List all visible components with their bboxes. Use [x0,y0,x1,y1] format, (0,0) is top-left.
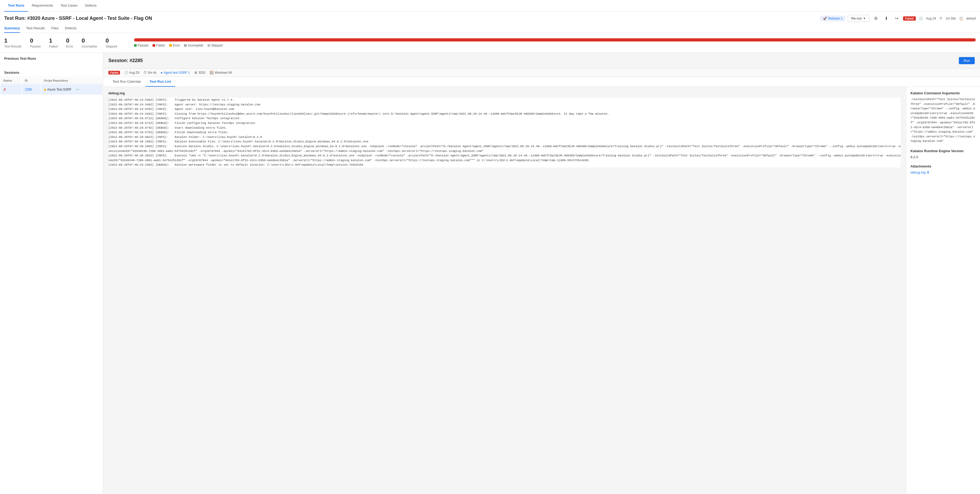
col-script-repo: Script Repository [41,78,102,84]
repo-name: Azure Test SSRF [47,88,72,91]
col-status: Status [0,78,22,84]
stat-error: 0 Error [66,37,73,48]
previous-runs-section: Previous Test Runs [0,53,103,67]
stat-incomplete: 0 Incomplete [82,37,97,48]
stat-value-failed: 1 [49,37,57,44]
tab-test-run-list[interactable]: Test Run List [145,77,175,87]
session-status-badge: Failed [108,71,120,75]
nav-test-cases[interactable]: Test Cases [57,0,81,12]
right-content: Session: #2285 Run Failed 🕐 Aug 29 ⏱ 3m … [103,53,980,494]
stat-label-passed: Passed [30,44,40,48]
legend-failed: Failed [153,44,165,47]
stats-row: 1 Test Results 0 Passed 1 Failed 0 Error… [0,33,980,53]
stat-label-error: Error [66,44,73,48]
legend-incomplete: Incomplete [184,44,203,47]
meta-os: 🪟 Windows 64 [210,71,232,75]
page-header: Test Run: #3020 Azure - SSRF - Local Age… [0,12,980,33]
settings-button[interactable]: ⚙ [872,15,880,22]
share-button[interactable]: ↪ [893,15,900,22]
progress-bar-container [134,38,976,41]
row-status: ✗ [0,84,22,95]
legend-dot-skipped [207,44,210,47]
sessions-table: Status ID Script Repository ✗ 2285 ◆ Azu… [0,77,103,95]
legend-label-error: Error [173,44,180,47]
meta-duration: ⏱ 3m 4s [143,71,156,75]
meta-date: 🕐 Aug 29 [124,71,139,75]
meta-run-id: 🖥 3020 [194,71,205,75]
page-title: Test Run: #3020 Azure - SSRF - Local Age… [4,16,152,21]
subnav-files[interactable]: Files [51,24,59,33]
legend-error: Error [169,44,180,47]
col-id: ID [22,78,41,84]
stat-value-test-results: 1 [4,37,21,44]
table-row[interactable]: ✗ 2285 ◆ Azure Test SSRF → [0,84,102,95]
legend-passed: Passed [134,44,148,47]
legend-dot-error [169,44,172,47]
run-button[interactable]: Run [959,57,975,64]
previous-runs-title: Previous Test Runs [4,57,99,60]
panel-tabs: Test Run Calendar Test Run List [103,77,980,87]
status-error-icon: ✗ [3,87,6,92]
sub-navigation: Summary Test Results Files Defects [4,24,976,33]
session-id-link[interactable]: 2285 [25,88,32,91]
session-title: Session: #2285 [108,58,143,64]
profile-icon: 📋 [959,17,963,20]
release-badge: 🚀 Release 1 [820,16,845,21]
nav-requirements[interactable]: Requirements [28,0,57,12]
download-icon: ⬇ [927,170,929,174]
meta-run-id-value: 3020 [198,71,205,75]
rerun-dropdown-arrow: ▼ [863,17,866,20]
legend-skipped: Skipped [207,44,223,47]
row-repo: ◆ Azure Test SSRF → [41,84,102,95]
clock-icon: 🕐 [919,17,923,20]
run-date: Aug 29 [926,17,936,20]
timer-icon: ⏱ [939,17,942,20]
log-sidebar-area: debug.log [2022-08-29T07:48:24.538Z] [IN… [103,87,980,494]
rerun-label: Re-run [851,16,862,20]
tab-test-run-calendar[interactable]: Test Run Calendar [108,77,145,87]
legend: Passed Failed Error Incomplete Skipped [134,44,976,47]
attachment-link[interactable]: debug.log ⬇ [910,170,976,174]
status-info: Failed 🕐 Aug 29 ⏱ 1m 58s 📋 default [903,16,976,21]
row-id: 2285 [22,84,41,95]
header-actions: 🚀 Release 1 Re-run ▼ ⚙ ⬇ ↪ Failed 🕐 Aug … [820,15,976,22]
meta-agent-link[interactable]: Agent test SSRF 1 [164,71,190,75]
stat-label-test-results: Test Results [4,44,21,48]
meta-os-value: Windows 64 [215,71,232,75]
subnav-test-results[interactable]: Test Results [26,24,45,33]
stat-test-results: 1 Test Results [4,37,21,48]
subnav-summary[interactable]: Summary [4,24,20,33]
run-duration: 1m 58s [946,17,956,20]
meta-agent-icon: ● [161,71,162,75]
stat-value-skipped: 0 [105,37,117,44]
stat-label-incomplete: Incomplete [82,44,97,48]
status-badge: Failed [903,16,916,21]
progress-bar-fill [134,38,976,41]
legend-label-passed: Passed [138,44,148,47]
download-button[interactable]: ⬇ [883,15,890,22]
log-area: debug.log [2022-08-29T07:48:24.538Z] [IN… [103,87,906,494]
diamond-icon: ◆ [44,88,46,91]
stat-passed: 0 Passed [30,37,40,48]
nav-defects[interactable]: Defects [81,0,100,12]
right-sidebar: Katalon Command Arguments -testSuitePath… [906,87,980,494]
run-profile: default [966,17,976,20]
rerun-button[interactable]: Re-run ▼ [848,15,869,22]
meta-clock-icon: 🕐 [124,71,128,75]
nav-test-runs[interactable]: Test Runs [4,0,28,12]
top-navigation: Test Runs Requirements Test Cases Defect… [0,0,980,12]
release-label: Release 1 [828,17,843,20]
legend-label-incomplete: Incomplete [188,44,203,47]
progress-area: Passed Failed Error Incomplete Skipped [126,37,976,48]
meta-date-value: Aug 29 [129,71,139,75]
meta-agent: ● Agent test SSRF 1 [161,71,190,75]
cmd-args-content: -testSuitePath="Test Suites/TestSuiteThr… [910,97,976,144]
content-area: Previous Test Runs Sessions Status ID Sc… [0,53,980,494]
legend-dot-incomplete [184,44,187,47]
session-detail-header: Session: #2285 Run [103,53,980,69]
subnav-defects[interactable]: Defects [65,24,77,33]
stat-failed: 1 Failed [49,37,57,48]
release-icon: 🚀 [823,17,827,20]
log-filename: debug.log [108,91,901,95]
stat-value-passed: 0 [30,37,40,44]
